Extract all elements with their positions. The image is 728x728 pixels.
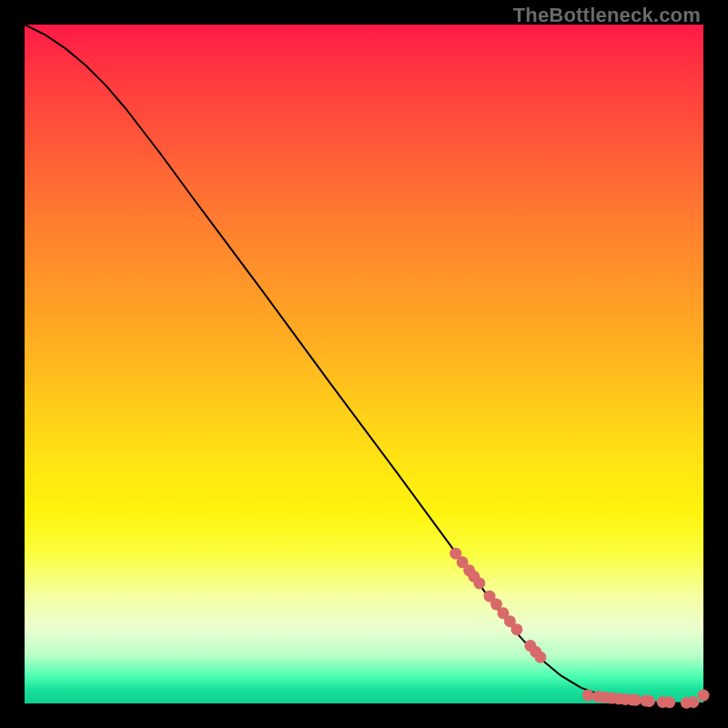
scatter-point	[687, 696, 699, 708]
curve-path	[25, 25, 703, 703]
scatter-point	[643, 695, 655, 707]
scatter-point	[582, 690, 594, 702]
chart-stage: TheBottleneck.com	[0, 0, 728, 728]
scatter-point	[698, 690, 710, 702]
chart-overlay	[25, 25, 703, 703]
scatter-point	[630, 694, 642, 706]
scatter-point	[473, 577, 485, 589]
scatter-point	[663, 696, 675, 708]
scatter-point	[534, 652, 546, 663]
scatter-point	[511, 623, 522, 635]
